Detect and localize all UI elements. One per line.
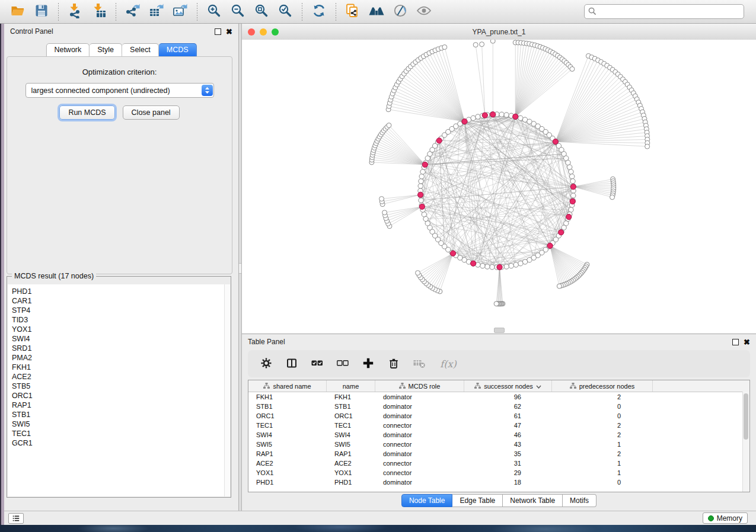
table-scrollbar[interactable] [742, 392, 749, 492]
close-icon[interactable]: ✖ [226, 29, 232, 34]
graph-mcds-hub-node[interactable] [497, 264, 502, 270]
add-column-button[interactable] [362, 357, 375, 370]
zoom-in-button[interactable] [204, 2, 224, 21]
graph-mcds-hub-node[interactable] [566, 214, 572, 220]
table-scrollbar-thumb[interactable] [744, 393, 748, 440]
mcds-result-item[interactable]: SWI5 [12, 419, 230, 429]
tab-network[interactable]: Network [46, 43, 90, 57]
mcds-result-item[interactable]: GCR1 [12, 438, 230, 448]
graph-leaf-node[interactable] [645, 144, 650, 149]
search-input[interactable] [584, 4, 744, 19]
export-image-button[interactable] [170, 2, 190, 21]
zoom-selected-button[interactable] [275, 2, 295, 21]
graph-node[interactable] [422, 212, 426, 217]
graph-mcds-hub-node[interactable] [462, 118, 467, 124]
table-row[interactable]: FKH1FKH1dominator962 [248, 392, 749, 402]
tab-select[interactable]: Select [122, 43, 159, 57]
graph-mcds-hub-node[interactable] [422, 162, 428, 167]
criterion-select[interactable]: largest connected component (undirected) [25, 83, 214, 98]
graph-leaf-node[interactable] [480, 42, 484, 47]
graph-node[interactable] [504, 264, 509, 269]
graph-node[interactable] [518, 261, 523, 265]
graph-node[interactable] [567, 165, 572, 169]
mcds-result-item[interactable]: CAR1 [12, 296, 230, 306]
graph-leaf-node[interactable] [557, 284, 562, 289]
column-settings-button[interactable] [260, 357, 273, 370]
tab-network-table[interactable]: Network Table [503, 494, 563, 507]
graph-node[interactable] [419, 198, 423, 203]
graph-mcds-hub-node[interactable] [450, 251, 455, 256]
table-row[interactable]: ORC1ORC1dominator610 [248, 411, 749, 421]
network-overview-button[interactable] [366, 2, 387, 21]
export-table-button[interactable] [146, 2, 167, 21]
graph-leaf-node[interactable] [382, 210, 387, 215]
zoom-fit-button[interactable] [251, 2, 272, 21]
column-header-MCDS-role[interactable]: MCDS role [375, 380, 464, 392]
graph-node[interactable] [418, 184, 423, 188]
table-row[interactable]: STB1STB1dominator620 [248, 402, 749, 411]
graph-mcds-hub-node[interactable] [559, 230, 564, 235]
mcds-result-item[interactable]: RAP1 [12, 400, 230, 410]
tab-style[interactable]: Style [90, 43, 122, 57]
export-network-button[interactable] [123, 2, 143, 21]
column-header-successor-nodes[interactable]: successor nodes [464, 380, 552, 392]
graph-mcds-hub-node[interactable] [570, 184, 576, 190]
float-window-icon[interactable] [215, 28, 221, 35]
table-row[interactable]: SWI5SWI5connector431 [248, 440, 749, 449]
import-table-button[interactable] [89, 2, 109, 21]
graph-mcds-hub-node[interactable] [547, 243, 553, 248]
column-header-predecessor-nodes[interactable]: predecessor nodes [552, 380, 653, 392]
mcds-result-item[interactable]: TID3 [12, 315, 230, 325]
mcds-result-item[interactable]: ORC1 [12, 391, 230, 400]
graph-node[interactable] [570, 179, 575, 184]
tab-motifs[interactable]: Motifs [563, 494, 596, 507]
close-icon[interactable]: ✖ [744, 339, 750, 345]
mcds-result-item[interactable]: FKH1 [12, 363, 230, 372]
graph-leaf-node[interactable] [473, 43, 478, 47]
column-header-name[interactable]: name [327, 380, 375, 392]
table-row[interactable]: TEC1TEC1connector472 [248, 421, 749, 430]
graph-mcds-hub-node[interactable] [553, 139, 558, 144]
graph-leaf-node[interactable] [442, 45, 447, 50]
graph-mcds-hub-node[interactable] [482, 113, 487, 118]
mcds-list-scrollbar[interactable] [224, 284, 230, 496]
graph-node[interactable] [499, 112, 504, 117]
mcds-result-item[interactable]: STP4 [12, 306, 230, 315]
graph-node[interactable] [476, 114, 480, 119]
graph-node[interactable] [490, 265, 495, 270]
zoom-out-button[interactable] [228, 2, 248, 21]
deselect-all-button[interactable] [336, 357, 349, 370]
close-panel-button[interactable]: Close panel [123, 105, 180, 120]
graph-mcds-hub-node[interactable] [418, 192, 423, 197]
graph-leaf-node[interactable] [494, 302, 499, 306]
graphics-details-button[interactable] [390, 2, 410, 21]
mcds-result-item[interactable]: SRD1 [12, 344, 230, 353]
network-canvas[interactable] [242, 40, 756, 334]
show-panels-menu-button[interactable] [8, 513, 24, 524]
graph-mcds-hub-node[interactable] [513, 114, 518, 119]
tab-edge-table[interactable]: Edge Table [452, 494, 503, 507]
graph-node[interactable] [485, 264, 490, 269]
table-row[interactable]: PHD1PHD1dominator180 [248, 477, 749, 487]
graph-leaf-node[interactable] [490, 40, 495, 43]
graph-node[interactable] [471, 116, 476, 120]
save-session-button[interactable] [31, 2, 52, 21]
import-network-button[interactable] [65, 2, 85, 21]
float-window-icon[interactable] [732, 339, 739, 345]
graph-node[interactable] [570, 174, 575, 179]
graph-node[interactable] [571, 193, 576, 198]
split-view-button[interactable] [285, 357, 298, 370]
mcds-result-item[interactable]: ACE2 [12, 372, 230, 382]
mcds-result-item[interactable]: YOX1 [12, 325, 230, 334]
graph-mcds-hub-node[interactable] [471, 261, 476, 266]
graph-node[interactable] [569, 207, 573, 212]
mcds-result-item[interactable]: SWI4 [12, 334, 230, 344]
delete-column-button[interactable] [387, 357, 400, 370]
horizontal-splitter-handle[interactable] [494, 328, 505, 333]
table-row[interactable]: YOX1YOX1connector291 [248, 468, 749, 477]
graph-node[interactable] [569, 169, 573, 174]
graph-node[interactable] [480, 264, 485, 268]
tab-node-table[interactable]: Node Table [401, 494, 453, 507]
open-session-button[interactable] [8, 2, 28, 21]
mcds-result-item[interactable]: STB1 [12, 410, 230, 419]
